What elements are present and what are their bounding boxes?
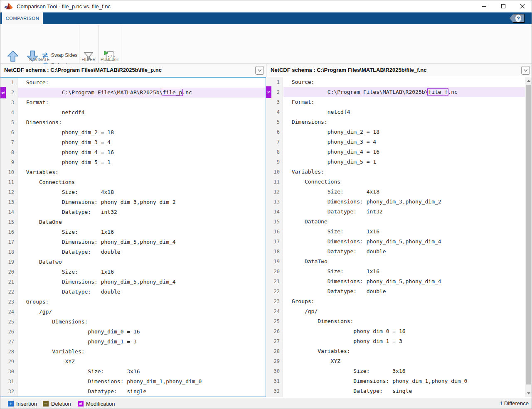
code-line[interactable]: 21 Dimensions: phony_dim_5,phony_dim_4 (266, 277, 532, 287)
code-line[interactable]: 5 Dimensions: (266, 117, 532, 127)
code-line[interactable]: 31 Dimensions: phony_dim_1,phony_dim_0 (266, 376, 532, 386)
code-line[interactable]: 20 Size: 1x16 (0, 267, 266, 277)
code-line[interactable]: 3 Format: (0, 98, 266, 108)
code-line[interactable]: 10 Variables: (0, 167, 266, 177)
code-line[interactable]: 16 Size: 1x16 (266, 227, 532, 237)
code-line[interactable]: 8 phony_dim_4 = 16 (0, 147, 266, 157)
code-text: netcdf4 (283, 107, 525, 117)
code-text: phony_dim_1 = 3 (283, 336, 525, 346)
code-line[interactable]: 6 phony_dim_2 = 18 (266, 127, 532, 137)
code-text: Dimensions: phony_dim_5,phony_dim_4 (18, 237, 266, 247)
code-line[interactable]: 4 netcdf4 (0, 108, 266, 118)
line-number: 10 (266, 167, 280, 177)
code-line[interactable]: 16 Size: 1x16 (0, 227, 266, 237)
vertical-scrollbar[interactable] (525, 77, 532, 397)
not-equal-modification-badge: ≠ (0, 87, 6, 98)
code-line[interactable]: 23 Groups: (266, 296, 532, 306)
code-text: Size: 3x16 (283, 366, 525, 376)
code-line[interactable]: 3 Format: (266, 97, 532, 107)
code-line[interactable]: 26 phony_dim_0 = 16 (0, 327, 266, 337)
code-line[interactable]: 21 Dimensions: phony_dim_5,phony_dim_4 (0, 277, 266, 287)
code-line[interactable]: 19 DataTwo (266, 257, 532, 267)
legend-modification: ≠ Modification (78, 398, 115, 409)
line-number: 23 (0, 297, 14, 307)
code-text: Groups: (283, 296, 525, 306)
code-line[interactable]: 22 Datatype: double (0, 287, 266, 297)
code-line[interactable]: 30 Size: 3x16 (266, 366, 532, 376)
code-line[interactable]: 18 Datatype: double (0, 247, 266, 257)
code-line[interactable]: 26 phony_dim_0 = 16 (266, 326, 532, 336)
code-line[interactable]: 20 Size: 1x16 (266, 267, 532, 277)
code-line[interactable]: 12 Size: 4x18 (0, 187, 266, 197)
line-number: 9 (266, 157, 280, 167)
code-line[interactable]: 4 netcdf4 (266, 107, 532, 117)
scrollbar-thumb[interactable] (526, 85, 531, 385)
code-text: Variables: (283, 167, 525, 177)
code-line[interactable]: 23 Groups: (0, 297, 266, 307)
code-line[interactable]: 30 Size: 3x16 (0, 367, 266, 377)
code-text: Dimensions: phony_dim_1,phony_dim_0 (283, 376, 525, 386)
code-line[interactable]: 9 phony_dim_5 = 1 (0, 157, 266, 167)
code-line[interactable]: 17 Dimensions: phony_dim_5,phony_dim_4 (0, 237, 266, 247)
line-number: 4 (266, 107, 280, 117)
code-line[interactable]: 5 Dimensions: (0, 118, 266, 127)
code-line[interactable]: 6 phony_dim_2 = 18 (0, 127, 266, 137)
code-line[interactable]: 31 Dimensions: phony_dim_1,phony_dim_0 (0, 377, 266, 387)
minimize-button[interactable] (475, 0, 494, 12)
code-line[interactable]: 17 Dimensions: phony_dim_5,phony_dim_4 (266, 237, 532, 247)
code-line[interactable]: 29 XYZ (266, 356, 532, 366)
scrollbar-down-button[interactable] (525, 390, 532, 397)
code-line[interactable]: 15 DataOne (266, 217, 532, 227)
tab-comparison[interactable]: COMPARISON (2, 12, 43, 24)
code-line[interactable]: 11 Connections (0, 177, 266, 187)
code-line[interactable]: 25 Dimensions: (266, 316, 532, 326)
code-line[interactable]: 15 DataOne (0, 217, 266, 227)
code-line[interactable]: 25 Dimensions: (0, 317, 266, 327)
code-line[interactable]: 8 phony_dim_4 = 16 (266, 147, 532, 157)
line-number: 24 (266, 306, 280, 316)
code-line[interactable]: 11 Connections (266, 177, 532, 187)
code-line[interactable]: 10 Variables: (266, 167, 532, 177)
scroll-down-icon (527, 392, 530, 394)
code-line[interactable]: 19 DataTwo (0, 257, 266, 267)
code-line[interactable]: 28 Variables: (266, 346, 532, 356)
code-line[interactable]: 14 Datatype: int32 (0, 207, 266, 217)
code-line[interactable]: ≠2 C:\Program Files\MATLAB\R2025b\file_f… (266, 87, 532, 97)
left-pane-menu-button[interactable] (255, 66, 264, 75)
right-pane-menu-button[interactable] (521, 66, 530, 75)
code-line[interactable]: 13 Dimensions: phony_dim_3,phony_dim_2 (0, 197, 266, 207)
code-line[interactable]: 7 phony_dim_3 = 4 (266, 137, 532, 147)
code-line[interactable]: 14 Datatype: int32 (266, 207, 532, 217)
code-line[interactable]: 24 /gp/ (266, 306, 532, 316)
code-line[interactable]: 32 Datatype: single (0, 387, 266, 397)
code-line[interactable]: 7 phony_dim_3 = 4 (0, 137, 266, 147)
code-text: Format: (18, 98, 266, 108)
code-line[interactable]: 27 phony_dim_1 = 3 (0, 337, 266, 347)
maximize-button[interactable] (494, 0, 513, 12)
code-line[interactable]: 1 Source: (266, 77, 532, 87)
close-button[interactable] (513, 0, 532, 12)
code-line[interactable]: 28 Variables: (0, 347, 266, 357)
code-line[interactable]: 29 XYZ (0, 357, 266, 367)
insertion-icon: + (8, 401, 14, 407)
code-line[interactable]: 32 Datatype: single (266, 386, 532, 396)
line-number: 6 (266, 127, 280, 137)
line-number: 8 (0, 147, 14, 157)
code-text: XYZ (18, 357, 266, 367)
code-text: Size: 1x16 (18, 227, 266, 237)
scrollbar-up-button[interactable] (525, 77, 532, 84)
code-text: Datatype: double (283, 247, 525, 257)
code-line[interactable]: 12 Size: 4x18 (266, 187, 532, 197)
code-line[interactable]: 13 Dimensions: phony_dim_3,phony_dim_2 (266, 197, 532, 207)
code-line[interactable]: 24 /gp/ (0, 307, 266, 317)
line-number: 17 (0, 237, 14, 247)
code-line[interactable]: 27 phony_dim_1 = 3 (266, 336, 532, 346)
code-line[interactable]: ≠2 C:\Program Files\MATLAB\R2025b\file_p… (0, 88, 266, 98)
code-line[interactable]: 18 Datatype: double (266, 247, 532, 257)
code-line[interactable]: 22 Datatype: double (266, 287, 532, 296)
code-line[interactable]: 1 Source: (0, 78, 266, 88)
help-button[interactable]: ? (510, 14, 525, 23)
code-line[interactable]: 9 phony_dim_5 = 1 (266, 157, 532, 167)
title-bar: Comparison Tool - file_p.nc vs. file_f.n… (0, 0, 532, 12)
line-number: 11 (266, 177, 280, 187)
